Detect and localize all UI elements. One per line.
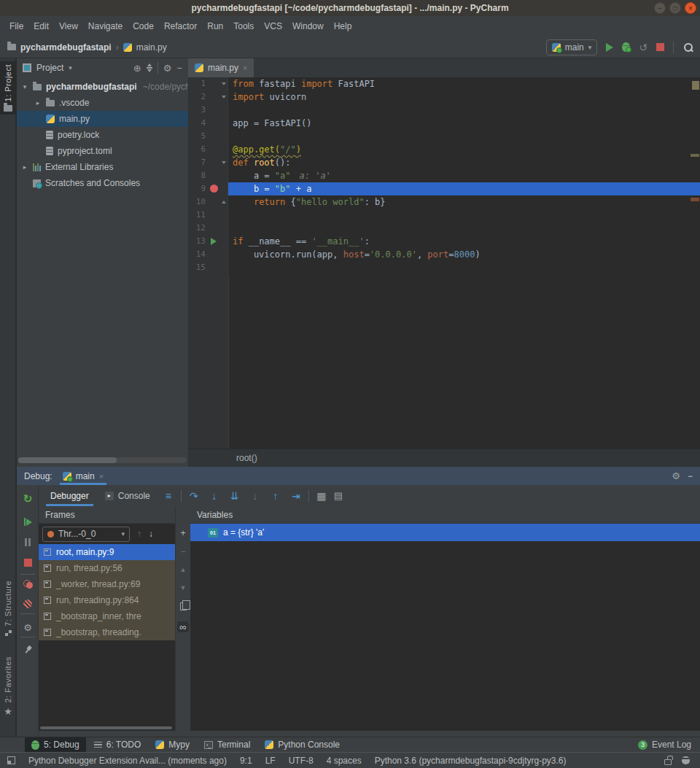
show-watches-icon[interactable]: ∞ [177,621,188,632]
code-text[interactable]: a = "a"a: 'a' [228,169,700,182]
fold-gutter[interactable] [220,209,228,222]
smart-step-into-button[interactable]: ↓ [247,490,263,502]
frame-row[interactable]: root, main.py:9 [39,544,175,560]
tree-item-scratches-and-consoles[interactable]: Scratches and Consoles [17,175,188,191]
chevron-down-icon[interactable]: ▾ [69,64,72,71]
breadcrumb-project[interactable]: pycharmdebugfastapi [20,42,112,53]
previous-frame-icon[interactable]: ↑ [137,529,141,539]
code-line-3[interactable]: 3 [188,104,700,117]
gutter[interactable] [209,248,220,261]
code-line-5[interactable]: 5 [188,130,700,143]
fold-gutter[interactable] [220,235,228,248]
code-line-14[interactable]: 14 uvicorn.run(app, host='0.0.0.0', port… [188,248,700,261]
breakpoint-icon[interactable] [210,185,218,193]
code-text[interactable] [228,261,700,274]
fold-gutter[interactable] [220,90,228,104]
fold-gutter[interactable] [220,77,228,90]
fold-icon[interactable] [222,161,226,164]
locate-file-icon[interactable]: ⊕ [133,63,141,74]
collapse-all-icon[interactable] [147,63,152,72]
duplicate-watch-icon[interactable] [180,602,187,610]
fold-gutter[interactable] [220,169,228,182]
stripe-structure-button[interactable]: 7: Structure [0,578,16,640]
step-into-button[interactable]: ↓ [206,490,222,502]
code-text[interactable] [228,222,700,235]
gear-icon[interactable]: ⚙ [163,63,172,74]
warning-stripe-mark[interactable] [691,154,699,157]
code-text[interactable] [228,130,700,143]
menu-refactor[interactable]: Refactor [159,18,202,34]
menu-edit[interactable]: Edit [28,18,54,34]
fold-gutter[interactable] [220,195,228,209]
status-item-5[interactable]: Python 3.6 (pycharmdebugfastapi-9cdjtyrg… [375,756,567,766]
code-text[interactable]: b = "b" + a [228,182,700,195]
code-area[interactable]: 1from fastapi import FastAPI2import uvic… [188,77,700,449]
code-text[interactable]: @app.get("/") [228,143,700,156]
toolwindow-6-todo[interactable]: 6: TODO [88,737,148,752]
status-item-2[interactable]: LF [265,756,276,766]
code-text[interactable]: def root(): [228,156,700,169]
code-text[interactable]: uvicorn.run(app, host='0.0.0.0', port=80… [228,248,700,261]
fold-gutter[interactable] [220,130,228,143]
right-arrow-icon[interactable]: ▸ [21,163,28,171]
toolwindow-5-debug[interactable]: 5: Debug [25,737,86,752]
code-text[interactable]: if __name__ == '__main__': [228,235,700,248]
gutter[interactable] [209,156,220,169]
remove-watch-icon[interactable]: − [180,548,185,555]
tree-item-external-libraries[interactable]: ▸External Libraries [17,159,188,175]
search-everywhere-button[interactable] [682,42,693,53]
menu-file[interactable]: File [4,18,28,34]
fold-gutter[interactable] [220,248,228,261]
run-button[interactable] [606,43,613,52]
tree-item-pycharmdebugfastapi[interactable]: ▾pycharmdebugfastapi~/code/pycharmdebugf… [17,79,188,95]
frame-row[interactable]: run, thread.py:56 [39,560,175,576]
debug-settings-button[interactable]: ⚙ [23,622,32,633]
event-log-button[interactable]: 3 Event Log [638,740,700,750]
lock-icon[interactable] [664,759,672,765]
rerun-button[interactable]: ↻ [23,492,33,505]
menu-view[interactable]: View [54,18,83,34]
breadcrumb-file[interactable]: main.py [136,42,167,53]
tree-item--vscode[interactable]: ▸.vscode [17,95,188,111]
resume-button[interactable] [24,518,32,526]
right-arrow-icon[interactable]: ▸ [34,99,42,106]
code-line-2[interactable]: 2import uvicorn [188,90,700,104]
toolwindow-mypy[interactable]: Mypy [149,737,196,752]
code-line-12[interactable]: 12 [188,222,700,235]
gutter[interactable] [209,143,220,156]
fold-icon[interactable] [222,96,226,98]
gutter[interactable] [209,90,220,104]
code-text[interactable]: app = FastAPI() [228,117,700,130]
gutter[interactable] [209,182,220,195]
tree-item-pyproject-toml[interactable]: pyproject.toml [17,143,188,159]
maximize-window-icon[interactable]: □ [669,2,681,14]
gutter[interactable] [209,77,220,90]
code-line-13[interactable]: 13if __name__ == '__main__': [188,235,700,248]
status-item-4[interactable]: 4 spaces [327,756,362,766]
pause-button[interactable] [25,538,31,546]
run-line-icon[interactable] [211,238,217,245]
hide-panel-icon[interactable]: − [688,471,693,481]
move-down-icon[interactable]: ▼ [180,584,187,591]
close-tab-icon[interactable]: × [243,63,247,72]
fold-icon[interactable] [222,82,226,85]
tab-console[interactable]: ▸Console [99,488,156,504]
fold-gutter[interactable] [220,182,228,195]
menu-help[interactable]: Help [329,18,357,34]
minimize-window-icon[interactable]: − [654,2,666,14]
close-session-icon[interactable]: × [99,472,104,481]
gutter[interactable] [209,209,220,222]
debug-button[interactable] [622,42,630,52]
step-out-button[interactable]: ↑ [268,490,284,502]
add-watch-icon[interactable]: + [180,530,185,537]
menu-window[interactable]: Window [287,18,329,34]
stop-button[interactable] [656,43,664,51]
project-hscrollbar[interactable] [18,457,187,463]
code-text[interactable]: from fastapi import FastAPI [228,77,700,90]
menu-vcs[interactable]: VCS [259,18,287,34]
frame-row[interactable]: run, threading.py:864 [39,592,175,608]
force-step-into-button[interactable]: ⇊ [227,490,243,502]
code-line-6[interactable]: 6@app.get("/") [188,143,700,156]
stop-button[interactable] [24,559,32,567]
close-window-icon[interactable]: × [685,2,696,14]
